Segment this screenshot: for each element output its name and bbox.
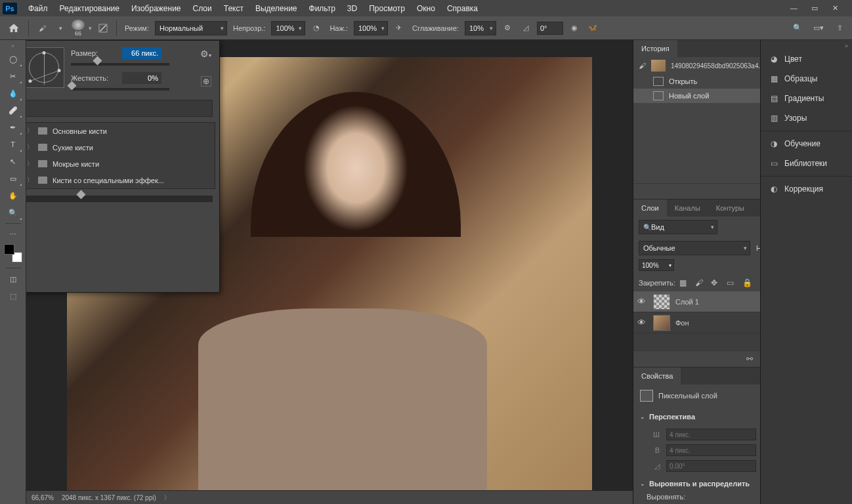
patterns-panel-collapsed[interactable]: ▥Узоры (761, 108, 852, 128)
crop-tool[interactable]: ✂ (3, 68, 23, 85)
paths-tab[interactable]: Контуры (708, 200, 752, 217)
maximize-icon[interactable]: ▭ (811, 4, 820, 13)
folder-icon (38, 177, 47, 184)
learn-icon: ◑ (769, 138, 779, 149)
flow-dropdown[interactable]: 100% (354, 21, 388, 35)
menu-layers[interactable]: Слои (187, 1, 218, 16)
path-select-tool[interactable]: ↖ (3, 153, 23, 170)
rectangle-tool[interactable]: ▭ (3, 170, 23, 187)
gradients-panel-collapsed[interactable]: ▤Градиенты (761, 89, 852, 108)
menu-3d[interactable]: 3D (341, 1, 363, 16)
link-icon[interactable]: ⚯ (746, 354, 753, 364)
history-tab[interactable]: История (633, 40, 677, 57)
brush-size-input[interactable] (122, 47, 161, 59)
type-tool[interactable]: T (3, 136, 23, 153)
layer-name[interactable]: Слой 1 (675, 298, 699, 306)
chevron-down-icon[interactable]: ▾ (53, 21, 68, 35)
brush-thumb-size-slider[interactable] (26, 196, 213, 202)
brush-search-input[interactable] (26, 100, 213, 117)
angle-icon: ◿ (519, 21, 533, 35)
home-button[interactable] (5, 20, 22, 37)
pen-tool[interactable]: ✒ (3, 119, 23, 136)
smoothing-label: Сглаживание: (412, 24, 459, 32)
lock-trans-icon[interactable]: ▦ (679, 278, 690, 287)
blend-mode-dropdown[interactable]: Нормальный (155, 21, 227, 35)
angle-input[interactable] (666, 460, 756, 472)
color-panel-collapsed[interactable]: ◕Цвет (761, 49, 852, 69)
libraries-icon: ▭ (769, 158, 779, 169)
toolbar-expand-icon[interactable]: » (11, 43, 14, 49)
layers-tab[interactable]: Слои (633, 200, 667, 217)
brush-folder[interactable]: 〉Основные кисти (26, 123, 215, 139)
layer-opacity-input[interactable]: 100% (639, 259, 674, 271)
lock-all-icon[interactable]: 🔒 (742, 278, 753, 287)
menu-filter[interactable]: Фильтр (303, 1, 341, 16)
window-controls: — ▭ ✕ (790, 4, 849, 13)
layer-name[interactable]: Фон (675, 319, 689, 327)
opacity-dropdown[interactable]: 100% (271, 21, 305, 35)
hand-tool[interactable]: ✋ (3, 187, 23, 204)
learn-panel-collapsed[interactable]: ◑Обучение (761, 134, 852, 154)
height-input[interactable] (666, 444, 756, 456)
lock-artboard-icon[interactable]: ▭ (727, 278, 737, 287)
pressure-size-icon[interactable]: ◉ (567, 21, 582, 35)
swatches-panel-collapsed[interactable]: ▦Образцы (761, 69, 852, 89)
brush-hardness-input[interactable] (122, 72, 161, 84)
smoothing-settings-icon[interactable]: ⚙ (500, 21, 515, 35)
collapse-handle-icon[interactable]: » (761, 43, 852, 49)
menu-file[interactable]: Файл (22, 1, 54, 16)
menu-select[interactable]: Выделение (249, 1, 303, 16)
menu-edit[interactable]: Редактирование (54, 1, 125, 16)
zoom-tool[interactable]: 🔍 (3, 204, 23, 221)
layer-thumb[interactable] (653, 294, 670, 310)
brush-settings-icon[interactable]: ⚙▾ (200, 49, 211, 59)
libraries-panel-collapsed[interactable]: ▭Библиотеки (761, 154, 852, 173)
menu-window[interactable]: Окно (411, 1, 441, 16)
minimize-icon[interactable]: — (790, 4, 799, 13)
brush-preset-picker[interactable]: 66 (72, 20, 85, 37)
zoom-display[interactable]: 66,67% (32, 494, 54, 501)
eyedropper-tool[interactable]: 💧 (3, 85, 23, 102)
airbrush-icon[interactable]: ✈ (392, 21, 406, 35)
quickmask-icon[interactable]: ◫ (3, 270, 23, 287)
screenmode-icon[interactable]: ⬚ (3, 287, 23, 304)
brush-angle-preview[interactable] (26, 47, 64, 88)
brush-size-slider[interactable] (71, 63, 169, 66)
lasso-tool[interactable]: ◯ (3, 51, 23, 68)
search-icon[interactable]: 🔍 (790, 21, 805, 35)
close-icon[interactable]: ✕ (832, 4, 841, 13)
brush-folder[interactable]: 〉Сухие кисти (26, 139, 215, 156)
brush-flip-icon[interactable]: ⊕ (201, 76, 211, 87)
menu-text[interactable]: Текст (218, 1, 249, 16)
menu-image[interactable]: Изображение (125, 1, 187, 16)
smoothing-dropdown[interactable]: 10% (465, 21, 496, 35)
brush-tool-icon[interactable]: 🖌 (35, 21, 49, 35)
layer-filter-dropdown[interactable]: 🔍 Вид (639, 220, 717, 234)
menu-view[interactable]: Просмотр (363, 1, 411, 16)
lock-paint-icon[interactable]: 🖌 (695, 278, 706, 287)
workspace-icon[interactable]: ▭▾ (811, 21, 826, 35)
width-input[interactable] (666, 429, 756, 440)
layer-icon (653, 91, 664, 100)
symmetry-icon[interactable]: 🦋 (586, 21, 600, 35)
pressure-opacity-icon[interactable]: ◔ (309, 21, 324, 35)
brush-folder[interactable]: 〉Кисти со специальными эффек... (26, 172, 215, 188)
doc-info[interactable]: 2048 пикс. x 1367 пикс. (72 ppi) (62, 494, 156, 501)
edit-toolbar[interactable]: ⋯ (3, 226, 23, 243)
brush-hardness-slider[interactable] (71, 88, 169, 91)
blend-dropdown[interactable]: Обычные (639, 241, 750, 255)
healing-tool[interactable]: 🩹 (3, 102, 23, 119)
lock-move-icon[interactable]: ✥ (711, 278, 721, 287)
adjustments-panel-collapsed[interactable]: ◐Коррекция (761, 179, 852, 199)
angle-input[interactable] (537, 22, 563, 35)
layer-thumb[interactable] (653, 315, 670, 331)
visibility-icon[interactable]: 👁 (637, 297, 648, 306)
foreground-background-colors[interactable] (4, 244, 22, 262)
visibility-icon[interactable]: 👁 (637, 318, 648, 327)
menu-help[interactable]: Справка (441, 1, 484, 16)
brush-folder[interactable]: 〉Мокрые кисти (26, 156, 215, 172)
share-icon[interactable]: ⇪ (832, 21, 847, 35)
channels-tab[interactable]: Каналы (667, 200, 708, 217)
brush-panel-toggle[interactable] (96, 21, 110, 35)
properties-tab[interactable]: Свойства (633, 368, 681, 385)
